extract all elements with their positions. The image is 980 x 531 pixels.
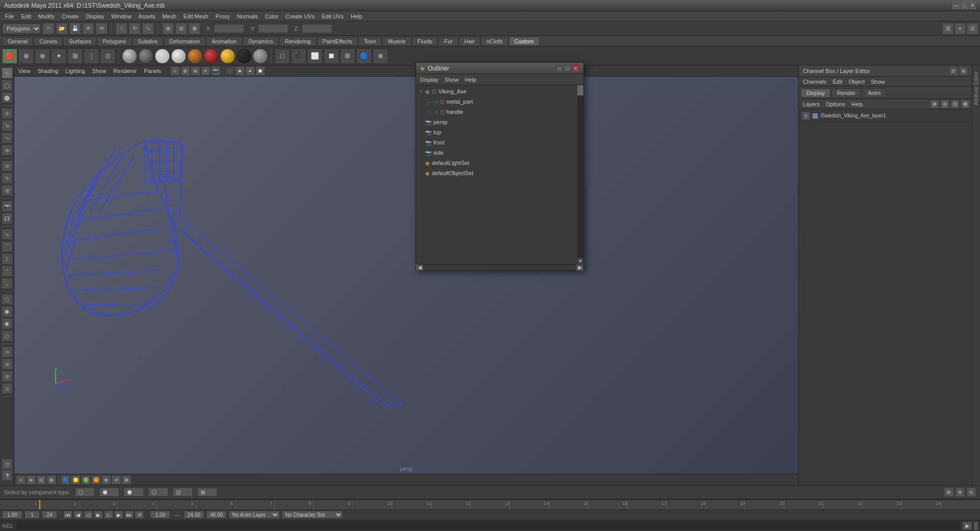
shelf-tab-surfaces[interactable]: Surfaces	[63, 37, 96, 46]
toolbar-btn-4[interactable]: ⟳	[83, 23, 94, 34]
outliner-item-side[interactable]: 📷 side	[416, 148, 583, 158]
shelf-icon-5[interactable]: ⊞	[67, 49, 83, 64]
outliner-item-objectset[interactable]: ◉ defaultObjectSet	[416, 168, 583, 178]
vp-bottom-icon-3[interactable]: ⊡	[37, 475, 46, 485]
vp-icon-2[interactable]: ⊕	[181, 66, 190, 76]
extra-btn-1[interactable]: ☰	[942, 23, 953, 34]
vp-bottom-icon-5[interactable]: 🔵	[61, 475, 70, 485]
shelf-icon-sphere-4[interactable]	[171, 49, 186, 64]
menu-display[interactable]: Display	[83, 12, 107, 20]
select-tool[interactable]: ↖	[2, 67, 13, 79]
curve-tool-5[interactable]: ⌄	[2, 278, 13, 289]
vp-icon-cam[interactable]: 📷	[211, 66, 220, 76]
shelf-icon-2[interactable]: ⊕	[18, 49, 34, 64]
toolbar-btn-rotate[interactable]: ↻	[129, 23, 140, 34]
extra-btn-3[interactable]: ⊡	[967, 23, 978, 34]
shelf-tab-custom[interactable]: Custom	[509, 37, 540, 46]
outliner-minimize[interactable]: —	[556, 65, 563, 72]
shelf-tab-hair[interactable]: Hair	[459, 37, 480, 46]
mode-selector[interactable]: Polygons	[2, 23, 41, 34]
menu-create-uvs[interactable]: Create UVs	[283, 12, 318, 20]
vp-bottom-icon-4[interactable]: ⊠	[47, 475, 56, 485]
shelf-tab-toon[interactable]: Toon	[358, 37, 382, 46]
vp-bottom-icon-2[interactable]: ⊕	[27, 475, 36, 485]
layer-visibility[interactable]: V	[802, 112, 810, 120]
vp-icon-3[interactable]: ⊗	[191, 66, 200, 76]
ipr-render[interactable]: 🎞	[2, 213, 13, 224]
rotate-tool[interactable]: ↻	[2, 120, 13, 131]
menu-create[interactable]: Create	[59, 12, 82, 20]
vp-bottom-icon-11[interactable]: ⊞	[122, 475, 131, 485]
outliner-scrollbar[interactable]: ▼	[577, 85, 583, 264]
layer-item[interactable]: V /Swedish_Viking_Axe_layer1	[800, 110, 971, 122]
curve-tool-1[interactable]: ∿	[2, 229, 13, 240]
vp-bottom-icon-6[interactable]: 🟡	[71, 475, 80, 485]
timeline-playback-end-1[interactable]	[184, 511, 204, 519]
move-tool[interactable]: ✛	[2, 108, 13, 119]
status-icon-2[interactable]: ⊗	[955, 488, 965, 497]
outliner-close[interactable]: ✕	[572, 65, 579, 72]
toolbar-btn-2[interactable]: 📂	[56, 23, 67, 34]
poly-tool-4[interactable]: ⬠	[2, 330, 13, 342]
layer-tab-render[interactable]: Render	[831, 88, 861, 98]
outliner-maximize[interactable]: □	[564, 65, 571, 72]
misc-tool-4[interactable]: ⊝	[2, 383, 13, 394]
scale-tool[interactable]: ⤡	[2, 132, 13, 143]
outliner-menu-help[interactable]: Help	[463, 77, 479, 83]
vp-icon-1[interactable]: ⊹	[170, 66, 180, 76]
channel-box-icon-2[interactable]: ⊚	[960, 67, 968, 75]
outliner-menu-display[interactable]: Display	[418, 77, 440, 83]
shelf-icon-sphere-5[interactable]	[187, 49, 203, 64]
shelf-icon-util-1[interactable]: ⚙	[340, 49, 355, 64]
menu-window[interactable]: Window	[108, 12, 134, 20]
outliner-item-top[interactable]: 📷 top	[416, 127, 583, 137]
vp-menu-view[interactable]: View	[16, 68, 33, 74]
toolbar-btn-snap2[interactable]: ⊟	[176, 23, 187, 34]
vp-bottom-icon-9[interactable]: ⊗	[102, 475, 111, 485]
x-field[interactable]	[214, 24, 244, 33]
shelf-icon-1[interactable]: 🔴	[2, 49, 17, 64]
layer-menu-options[interactable]: Options	[824, 101, 847, 107]
layer-menu-layers[interactable]: Layers	[801, 101, 822, 107]
timeline-current-frame[interactable]	[24, 511, 40, 519]
quick-layout[interactable]: ⊡	[2, 458, 13, 470]
outliner-item-lightset[interactable]: ◉ defaultLightSet	[416, 158, 583, 168]
shelf-icon-sphere-3[interactable]	[155, 49, 170, 64]
menu-file[interactable]: File	[2, 12, 17, 20]
shelf-tab-curves[interactable]: Curves	[34, 37, 63, 46]
toolbar-btn-snap1[interactable]: ⊞	[162, 23, 174, 34]
menu-assets[interactable]: Assets	[135, 12, 158, 20]
cb-menu-object[interactable]: Object	[846, 79, 867, 85]
timeline-start-frame[interactable]	[2, 511, 22, 519]
layer-tab-anim[interactable]: Anim	[862, 88, 886, 98]
shelf-icon-sphere-6[interactable]	[204, 49, 219, 64]
character-set-selector[interactable]: No Character Set	[282, 511, 343, 519]
vp-shading-tex[interactable]: 🔲	[256, 66, 265, 76]
menu-proxy[interactable]: Proxy	[212, 12, 233, 20]
menu-normals[interactable]: Normals	[234, 12, 261, 20]
shelf-icon-3[interactable]: ⊗	[35, 49, 50, 64]
shelf-icon-6[interactable]: ⋮	[84, 49, 99, 64]
shelf-icon-sphere-2[interactable]	[138, 49, 154, 64]
menu-edit[interactable]: Edit	[18, 12, 34, 20]
vp-bottom-icon-1[interactable]: ⊹	[16, 475, 26, 485]
render-view[interactable]: 📷	[2, 201, 13, 212]
vp-shading-wire[interactable]: □	[225, 66, 234, 76]
loop-btn[interactable]: ↺	[135, 511, 144, 519]
menu-help[interactable]: Help	[348, 12, 365, 20]
vp-menu-panels[interactable]: Panels	[142, 68, 163, 74]
minimize-button[interactable]: —	[952, 2, 960, 9]
play-start-btn[interactable]: ⏮	[63, 511, 72, 519]
vp-shading-smooth[interactable]: ●	[246, 66, 255, 76]
shelf-tab-muscle[interactable]: Muscle	[382, 37, 411, 46]
shelf-tab-painteffects[interactable]: PaintEffects	[317, 37, 358, 46]
mel-input[interactable]	[16, 521, 961, 530]
universal-manip[interactable]: ⊕	[2, 144, 13, 156]
shelf-tab-general[interactable]: General	[2, 37, 33, 46]
poly-tool-1[interactable]: ⬡	[2, 294, 13, 305]
channel-box-icon-1[interactable]: ⊙	[949, 67, 958, 75]
shelf-icon-uv-2[interactable]: ⬛	[291, 49, 306, 64]
prev-key-btn[interactable]: ◁	[84, 511, 93, 519]
shelf-icon-sphere-9[interactable]	[253, 49, 268, 64]
play-btn[interactable]: ▶	[94, 511, 103, 519]
